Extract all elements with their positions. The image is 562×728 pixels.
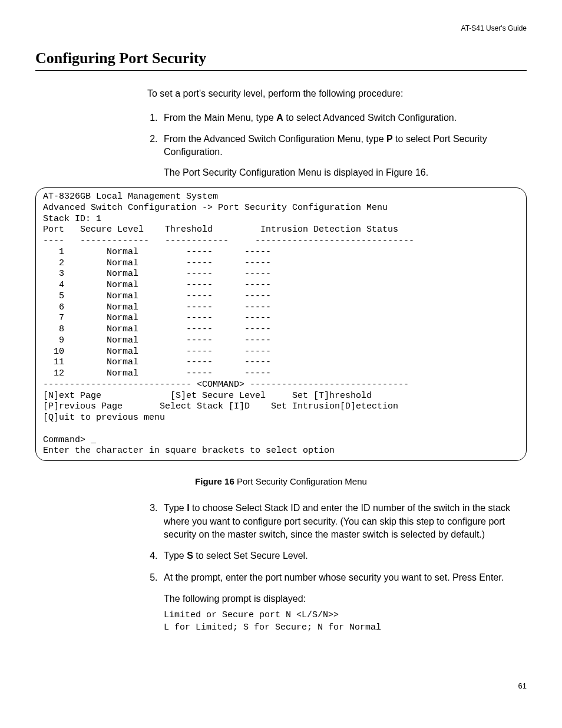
intro-text: To set a port's security level, perform … [147,87,527,100]
term-cmd: [Q]uit to previous menu [43,413,165,423]
term-row: 7 Normal ----- ----- [43,313,271,323]
step2-key: P [386,134,393,144]
term-line: Stack ID: 1 [43,214,101,224]
term-row: 8 Normal ----- ----- [43,324,271,334]
terminal-screenshot: AT-8326GB Local Management System Advanc… [35,187,527,461]
figure-caption: Figure 16 Port Security Configuration Me… [35,475,527,487]
term-cmd: [N]ext Page [S]et Secure Level Set [T]hr… [43,391,372,401]
step-1: From the Main Menu, type A to select Adv… [160,111,527,124]
prompt-line: Limited or Secure port N <L/S/N>> [164,610,339,620]
term-row: 10 Normal ----- ----- [43,347,271,357]
step-2: From the Advanced Switch Configuration M… [160,133,527,179]
step5-text: At the prompt, enter the port number who… [164,572,504,582]
step1-pre: From the Main Menu, type [164,113,276,123]
page-header-guide: AT-S41 User's Guide [35,24,527,34]
term-row: 3 Normal ----- ----- [43,269,271,279]
step-4: Type S to select Set Secure Level. [160,549,527,562]
prompt-line: L for Limited; S for Secure; N for Norma… [164,622,381,633]
term-line: AT-8326GB Local Management System [43,192,218,202]
prompt-block: Limited or Secure port N <L/S/N>> L for … [164,609,527,634]
term-prompt: Command> _ [43,435,96,445]
page-number: 61 [35,681,527,691]
term-row: 9 Normal ----- ----- [43,335,271,345]
figure-label: Figure 16 [195,476,234,486]
step3-post: to choose Select Stack ID and enter the … [164,503,510,539]
step3-pre: Type [164,503,187,513]
step4-post: to select Set Secure Level. [193,551,308,561]
term-row: 11 Normal ----- ----- [43,357,271,367]
term-row: 6 Normal ----- ----- [43,302,271,312]
step-5: At the prompt, enter the port number who… [160,571,527,634]
step4-pre: Type [164,551,187,561]
section-title: Configuring Port Security [35,48,527,71]
figure-caption-text: Port Security Configuration Menu [234,476,367,486]
step1-post: to select Advanced Switch Configuration. [283,113,457,123]
step4-key: S [187,551,193,561]
term-cmd: [P]revious Page Select Stack [I]D Set In… [43,401,398,411]
step1-key: A [276,113,283,123]
term-row: 4 Normal ----- ----- [43,280,271,290]
term-row: 2 Normal ----- ----- [43,258,271,268]
prompt-intro: The following prompt is displayed: [164,592,527,605]
term-hint: Enter the character in square brackets t… [43,446,335,456]
figure-note: The Port Security Configuration Menu is … [164,166,527,179]
term-row: 5 Normal ----- ----- [43,291,271,301]
term-line: Advanced Switch Configuration -> Port Se… [43,203,388,213]
term-cmd-divider: ---------------------------- <COMMAND> -… [43,380,409,390]
term-row: 12 Normal ----- ----- [43,368,271,378]
step2-pre: From the Advanced Switch Configuration M… [164,134,386,144]
term-line: ---- ------------- ------------ --------… [43,236,414,246]
term-row: 1 Normal ----- ----- [43,247,271,257]
term-line: Port Secure Level Threshold Intrusion De… [43,225,398,235]
step-3: Type I to choose Select Stack ID and ent… [160,502,527,541]
